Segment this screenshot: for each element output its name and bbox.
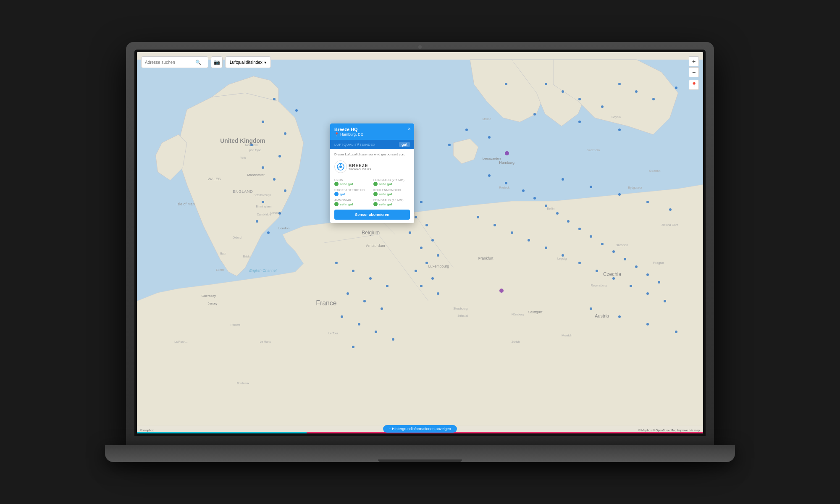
camera-icon: 📷: [214, 59, 220, 65]
search-input[interactable]: [145, 60, 195, 65]
sensor-dot[interactable]: [618, 129, 621, 131]
location-button[interactable]: 📍: [689, 80, 699, 90]
metric-ammonia: AMMONIAK ✓ sehr gut: [334, 199, 371, 206]
svg-text:Nürnberg: Nürnberg: [512, 313, 524, 316]
sensor-dot[interactable]: [420, 285, 423, 287]
sensor-dot[interactable]: [273, 98, 276, 100]
sensor-dot[interactable]: [635, 90, 638, 93]
sensor-dot[interactable]: [505, 83, 507, 85]
svg-text:Sélestat: Sélestat: [457, 314, 468, 317]
sensor-dot[interactable]: [562, 178, 564, 181]
sensor-dot[interactable]: [675, 331, 677, 333]
sensor-dot[interactable]: [273, 178, 276, 181]
svg-text:ENGLAND: ENGLAND: [233, 189, 253, 194]
sensor-dot[interactable]: [250, 144, 253, 146]
sensor-dot[interactable]: [545, 83, 547, 85]
sensor-dot[interactable]: [415, 216, 417, 218]
sensor-dot[interactable]: [256, 220, 258, 223]
sensor-dot[interactable]: [533, 197, 536, 200]
sensor-dot[interactable]: [505, 182, 507, 184]
camera-button[interactable]: 📷: [211, 56, 223, 68]
sensor-dot[interactable]: [545, 205, 547, 207]
svg-text:Stuttgart: Stuttgart: [528, 310, 543, 315]
sensor-dot[interactable]: [522, 189, 525, 192]
sensor-dot[interactable]: [409, 231, 411, 234]
sensor-dot-special[interactable]: [499, 289, 504, 293]
svg-text:Cambridge: Cambridge: [257, 213, 271, 216]
sensor-dot[interactable]: [675, 87, 677, 89]
sensor-dot[interactable]: [664, 300, 666, 302]
laptop-body: United Kingdom ENGLAND WALES The Netherl…: [126, 42, 714, 445]
svg-point-65: [343, 168, 344, 169]
sensor-dot[interactable]: [630, 285, 632, 287]
sensor-dot[interactable]: [267, 231, 270, 234]
sensor-dot[interactable]: [431, 239, 434, 242]
svg-text:Berlin: Berlin: [547, 207, 554, 210]
hintergrund-button[interactable]: ↑ Hintergrundinformationen anzeigen: [383, 425, 457, 433]
svg-text:Bordeaux: Bordeaux: [237, 382, 249, 385]
sensor-dot[interactable]: [618, 83, 621, 85]
index-dropdown[interactable]: Luftqualitätsindex ▾: [225, 56, 271, 68]
svg-text:upon Tyne: upon Tyne: [248, 149, 261, 152]
sensor-dot[interactable]: [618, 193, 621, 196]
svg-text:Bath: Bath: [220, 252, 226, 255]
sensor-dot[interactable]: [528, 239, 530, 242]
sensor-dot[interactable]: [533, 113, 536, 116]
sensor-dot[interactable]: [386, 285, 388, 287]
svg-text:Le Mans: Le Mans: [260, 340, 271, 343]
metric-label-no2: STICKSTOFFDIOXID: [334, 189, 371, 192]
svg-text:Regensburg: Regensburg: [591, 284, 606, 287]
sensor-dot[interactable]: [358, 323, 360, 326]
svg-text:York: York: [240, 156, 246, 159]
sensor-dot[interactable]: [262, 166, 264, 169]
sensor-dot[interactable]: [341, 315, 343, 318]
sensor-dot[interactable]: [511, 231, 513, 234]
sensor-dot[interactable]: [652, 98, 655, 100]
metric-value-ozon: ✓ sehr gut: [334, 182, 371, 186]
sensor-dot[interactable]: [646, 273, 649, 276]
sensor-dot[interactable]: [556, 212, 559, 215]
sensor-dot[interactable]: [375, 331, 377, 333]
search-box[interactable]: 🔍: [141, 56, 208, 68]
zoom-in-button[interactable]: +: [689, 56, 699, 66]
popup-close-button[interactable]: ×: [408, 126, 411, 132]
search-icon[interactable]: 🔍: [195, 60, 201, 65]
sensor-dot[interactable]: [381, 307, 383, 310]
svg-text:Prague: Prague: [653, 261, 664, 265]
metric-label-co: KOHLENMONOXID: [373, 189, 410, 192]
sensor-dot[interactable]: [618, 315, 621, 318]
svg-text:France: France: [316, 299, 336, 307]
sensor-dot[interactable]: [646, 323, 649, 326]
svg-text:Oxford: Oxford: [233, 236, 242, 239]
svg-text:Munich: Munich: [562, 333, 572, 337]
svg-text:Exeter: Exeter: [216, 268, 225, 271]
svg-point-64: [340, 164, 341, 165]
sensor-dot[interactable]: [488, 174, 491, 177]
breeze-logo-svg: [336, 163, 345, 171]
map-container[interactable]: United Kingdom ENGLAND WALES The Netherl…: [137, 52, 703, 433]
subscribe-button[interactable]: Sensor abonnieren: [334, 210, 410, 220]
sensor-dot[interactable]: [392, 338, 394, 341]
sensor-dot[interactable]: [369, 277, 372, 280]
sensor-dot[interactable]: [262, 201, 264, 203]
dropdown-arrow: ▾: [264, 60, 266, 65]
svg-text:United Kingdom: United Kingdom: [220, 137, 265, 144]
svg-text:Isle of Man: Isle of Man: [176, 202, 195, 206]
svg-text:Zürich: Zürich: [512, 340, 520, 343]
sensor-dot[interactable]: [596, 270, 598, 272]
svg-text:Gdynia: Gdynia: [612, 116, 621, 119]
sensor-dot[interactable]: [465, 129, 468, 131]
svg-text:Czechia: Czechia: [603, 271, 621, 277]
screen-bezel: United Kingdom ENGLAND WALES The Netherl…: [134, 50, 706, 436]
sensor-dot[interactable]: [562, 90, 564, 93]
zoom-out-button[interactable]: −: [689, 67, 699, 77]
sensor-dot[interactable]: [415, 270, 417, 272]
sensor-dot[interactable]: [658, 281, 660, 284]
sensor-dot[interactable]: [488, 136, 491, 139]
sensor-dot[interactable]: [431, 277, 434, 280]
sensor-dot[interactable]: [494, 224, 496, 226]
sensor-dot[interactable]: [545, 247, 547, 249]
sensor-dot[interactable]: [346, 292, 349, 295]
metric-label-ammonia: AMMONIAK: [334, 199, 371, 202]
sensor-dot[interactable]: [352, 270, 354, 272]
